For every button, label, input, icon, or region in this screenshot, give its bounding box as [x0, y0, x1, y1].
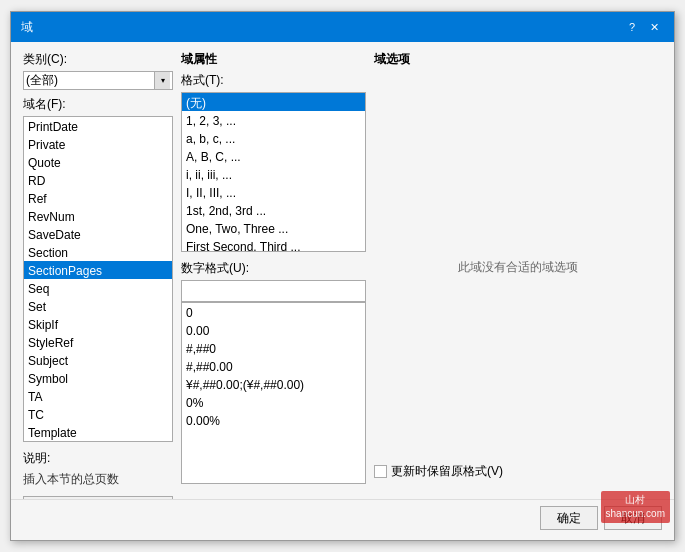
list-item[interactable]: Symbol: [24, 369, 172, 387]
format-label: 格式(T):: [181, 72, 366, 89]
main-dialog: 域 ? ✕ 类别(C): (全部) ▾ 域名(F): PrintDatePriv…: [10, 11, 675, 541]
list-item[interactable]: Set: [24, 297, 172, 315]
list-item[interactable]: (无): [182, 93, 365, 111]
right-panel: 域选项 此域没有合适的域选项 更新时保留原格式(V): [374, 51, 662, 484]
list-item[interactable]: 1st, 2nd, 3rd ...: [182, 201, 365, 219]
numeric-label: 数字格式(U):: [181, 260, 366, 277]
list-item[interactable]: 0.00: [182, 321, 365, 339]
list-item[interactable]: I, II, III, ...: [182, 183, 365, 201]
numeric-input[interactable]: [181, 280, 366, 302]
list-item[interactable]: ¥#,##0.00;(¥#,##0.00): [182, 375, 365, 393]
format-listbox[interactable]: (无)1, 2, 3, ...a, b, c, ...A, B, C, ...i…: [181, 92, 366, 252]
numeric-format-container: 数字格式(U): 00.00#,##0#,##0.00¥#,##0.00;(¥#…: [181, 260, 366, 484]
list-item[interactable]: Ref: [24, 189, 172, 207]
description-area: 说明: 插入本节的总页数: [23, 450, 173, 488]
category-label: 类别(C):: [23, 51, 173, 68]
domain-options-title: 域选项: [374, 51, 662, 68]
list-item[interactable]: #,##0: [182, 339, 365, 357]
list-item[interactable]: Quote: [24, 153, 172, 171]
title-bar-controls: ? ✕: [622, 18, 664, 36]
list-item[interactable]: PrintDate: [24, 117, 172, 135]
list-item[interactable]: TA: [24, 387, 172, 405]
list-item[interactable]: Template: [24, 423, 172, 441]
dialog-footer: 确定 取消: [11, 499, 674, 540]
list-item[interactable]: StyleRef: [24, 333, 172, 351]
close-button[interactable]: ✕: [644, 18, 664, 36]
preserve-format-row: 更新时保留原格式(V): [374, 463, 662, 484]
list-item[interactable]: First Second, Third ...: [182, 237, 365, 252]
list-item[interactable]: RD: [24, 171, 172, 189]
list-item[interactable]: Section: [24, 243, 172, 261]
list-item[interactable]: One, Two, Three ...: [182, 219, 365, 237]
numeric-format-listbox[interactable]: 00.00#,##0#,##0.00¥#,##0.00;(¥#,##0.00)0…: [181, 302, 366, 484]
preserve-format-checkbox[interactable]: [374, 465, 387, 478]
preserve-format-label: 更新时保留原格式(V): [391, 463, 503, 480]
list-item[interactable]: 1, 2, 3, ...: [182, 111, 365, 129]
description-text: 插入本节的总页数: [23, 471, 173, 488]
right-content: 此域没有合适的域选项: [374, 72, 662, 463]
list-item[interactable]: #,##0.00: [182, 357, 365, 375]
list-item[interactable]: 0.00%: [182, 411, 365, 429]
list-item[interactable]: Subject: [24, 351, 172, 369]
field-list-container: 域名(F): PrintDatePrivateQuoteRDRefRevNumS…: [23, 96, 173, 442]
dialog-title: 域: [21, 19, 33, 36]
list-item[interactable]: 0: [182, 303, 365, 321]
field-name-label: 域名(F):: [23, 96, 173, 113]
list-item[interactable]: 0%: [182, 393, 365, 411]
list-item[interactable]: Private: [24, 135, 172, 153]
list-item[interactable]: A, B, C, ...: [182, 147, 365, 165]
help-button[interactable]: ?: [622, 18, 642, 36]
left-panel: 类别(C): (全部) ▾ 域名(F): PrintDatePrivateQuo…: [23, 51, 173, 484]
dropdown-arrow-icon: ▾: [154, 72, 170, 89]
title-bar: 域 ? ✕: [11, 12, 674, 42]
ok-button[interactable]: 确定: [540, 506, 598, 530]
middle-panel: 域属性 格式(T): (无)1, 2, 3, ...a, b, c, ...A,…: [181, 51, 366, 484]
no-options-text: 此域没有合适的域选项: [458, 259, 578, 276]
list-item[interactable]: SaveDate: [24, 225, 172, 243]
list-item[interactable]: RevNum: [24, 207, 172, 225]
list-item[interactable]: SkipIf: [24, 315, 172, 333]
category-value: (全部): [26, 72, 154, 89]
list-item[interactable]: SectionPages: [24, 261, 172, 279]
dialog-content: 类别(C): (全部) ▾ 域名(F): PrintDatePrivateQuo…: [11, 42, 674, 499]
description-label: 说明:: [23, 450, 173, 467]
domain-properties-title: 域属性: [181, 51, 366, 68]
list-item[interactable]: Seq: [24, 279, 172, 297]
list-item[interactable]: i, ii, iii, ...: [182, 165, 365, 183]
format-list-container: 格式(T): (无)1, 2, 3, ...a, b, c, ...A, B, …: [181, 72, 366, 252]
field-name-listbox[interactable]: PrintDatePrivateQuoteRDRefRevNumSaveDate…: [23, 116, 173, 442]
list-item[interactable]: a, b, c, ...: [182, 129, 365, 147]
cancel-button[interactable]: 取消: [604, 506, 662, 530]
list-item[interactable]: TC: [24, 405, 172, 423]
category-dropdown[interactable]: (全部) ▾: [23, 71, 173, 90]
